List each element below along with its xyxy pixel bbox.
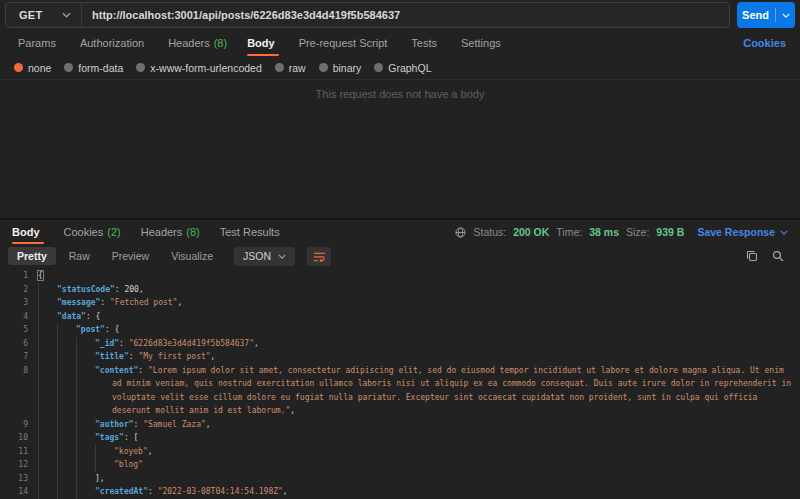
status-value: 200 OK <box>513 226 549 238</box>
method-label: GET <box>19 9 43 21</box>
tab-params[interactable]: Params <box>8 30 70 56</box>
response-view-toolbar: Pretty Raw Preview Visualize JSON <box>0 244 800 268</box>
code-line: 7"title": "My first post", <box>6 350 794 364</box>
radio-icon <box>275 63 284 72</box>
tab-authorization[interactable]: Authorization <box>70 30 158 56</box>
code-line: 8"content": "Lorem ipsum dolor sit amet,… <box>6 364 794 418</box>
line-number: 3 <box>6 296 38 310</box>
body-type-binary[interactable]: binary <box>319 62 362 74</box>
tab-label: Settings <box>461 37 501 49</box>
tab-label: Params <box>18 37 56 49</box>
line-content: "_id": "6226d83e3d4d419f5b584637", <box>38 337 794 351</box>
view-tab-visualize[interactable]: Visualize <box>162 247 222 265</box>
request-tabs: Params Authorization Headers(8) Body Pre… <box>0 30 800 56</box>
chevron-down-icon <box>278 254 286 259</box>
body-type-x-www-form-urlencoded[interactable]: x-www-form-urlencoded <box>136 62 261 74</box>
url-input[interactable] <box>82 9 729 21</box>
line-content: "data": { <box>38 310 794 324</box>
response-tab-cookies[interactable]: Cookies(2) <box>54 220 131 244</box>
tab-label: Pre-request Script <box>299 37 388 49</box>
url-box: GET <box>5 2 730 28</box>
time-value: 38 ms <box>589 226 619 238</box>
wrap-lines-button[interactable] <box>307 247 331 266</box>
view-tab-preview[interactable]: Preview <box>103 247 158 265</box>
line-number: 13 <box>6 472 38 486</box>
view-tab-raw[interactable]: Raw <box>60 247 99 265</box>
code-line: 4"data": { <box>6 310 794 324</box>
line-number: 12 <box>6 458 38 472</box>
body-type-options: none form-data x-www-form-urlencoded raw… <box>0 56 800 80</box>
line-number: 7 <box>6 350 38 364</box>
radio-label: GraphQL <box>388 62 431 74</box>
method-select[interactable]: GET <box>6 3 82 27</box>
code-line: 5"post": { <box>6 323 794 337</box>
tab-pre-request-script[interactable]: Pre-request Script <box>289 30 402 56</box>
view-tab-pretty[interactable]: Pretty <box>8 247 56 265</box>
body-type-raw[interactable]: raw <box>275 62 306 74</box>
body-type-none[interactable]: none <box>14 62 51 74</box>
line-number: 11 <box>6 445 38 459</box>
copy-icon <box>746 250 758 262</box>
code-line: 12"blog" <box>6 458 794 472</box>
tab-label: Authorization <box>80 37 144 49</box>
tab-count: (8) <box>214 37 227 49</box>
line-number: 2 <box>6 283 38 297</box>
status-label: Status: <box>473 226 506 238</box>
tab-headers[interactable]: Headers(8) <box>158 30 237 56</box>
format-select-value: JSON <box>243 250 271 262</box>
format-select[interactable]: JSON <box>234 247 295 266</box>
tab-settings[interactable]: Settings <box>451 30 515 56</box>
line-content: "content": "Lorem ipsum dolor sit amet, … <box>38 364 794 418</box>
line-number: 1 <box>6 269 38 283</box>
line-content: "statusCode": 200, <box>38 283 794 297</box>
save-response-button[interactable]: Save Response <box>697 226 788 238</box>
tab-label: Headers <box>141 226 183 238</box>
code-line: 2"statusCode": 200, <box>6 283 794 297</box>
radio-icon <box>64 63 73 72</box>
radio-label: form-data <box>78 62 123 74</box>
line-number: 8 <box>6 364 38 418</box>
body-type-form-data[interactable]: form-data <box>64 62 123 74</box>
line-content: "post": { <box>38 323 794 337</box>
save-response-label: Save Response <box>697 226 775 238</box>
response-tab-headers[interactable]: Headers(8) <box>131 220 210 244</box>
chevron-down-icon <box>62 12 71 18</box>
line-content: "tags": [ <box>38 431 794 445</box>
tab-label: Body <box>247 37 275 49</box>
tab-tests[interactable]: Tests <box>401 30 451 56</box>
line-content: "message": "Fetched post", <box>38 296 794 310</box>
line-number: 10 <box>6 431 38 445</box>
code-line: 1{ <box>6 269 794 283</box>
line-number: 6 <box>6 337 38 351</box>
response-body-editor[interactable]: 1{2"statusCode": 200,3"message": "Fetche… <box>0 268 800 499</box>
chevron-down-icon <box>780 230 788 235</box>
request-bar: GET Send <box>0 0 800 30</box>
wrap-lines-icon <box>313 251 326 262</box>
globe-icon[interactable] <box>455 227 466 238</box>
send-button[interactable]: Send <box>737 2 795 28</box>
line-number: 5 <box>6 323 38 337</box>
radio-label: raw <box>289 62 306 74</box>
response-tab-test-results[interactable]: Test Results <box>210 220 294 244</box>
send-options-chevron-icon[interactable] <box>782 13 790 18</box>
tab-body[interactable]: Body <box>237 30 289 56</box>
search-button[interactable] <box>772 250 784 262</box>
line-content: "koyeb", <box>38 445 794 459</box>
copy-button[interactable] <box>746 250 758 262</box>
radio-icon <box>374 63 383 72</box>
cookies-link[interactable]: Cookies <box>743 37 792 49</box>
response-tab-body[interactable]: Body <box>2 220 54 244</box>
line-content: "blog" <box>38 458 794 472</box>
response-meta: Status: 200 OK Time: 38 ms Size: 939 B S… <box>455 220 798 244</box>
code-line: 14"createdAt": "2022-03-08T04:14:54.198Z… <box>6 485 794 499</box>
body-type-graphql[interactable]: GraphQL <box>374 62 431 74</box>
radio-icon <box>136 63 145 72</box>
radio-selected-icon <box>14 63 23 72</box>
radio-label: x-www-form-urlencoded <box>150 62 261 74</box>
line-content: ], <box>38 472 794 486</box>
line-content: "author": "Samuel Zaza", <box>38 418 794 432</box>
code-line: 10"tags": [ <box>6 431 794 445</box>
line-content: { <box>38 269 794 283</box>
time-label: Time: <box>556 226 582 238</box>
radio-icon <box>319 63 328 72</box>
